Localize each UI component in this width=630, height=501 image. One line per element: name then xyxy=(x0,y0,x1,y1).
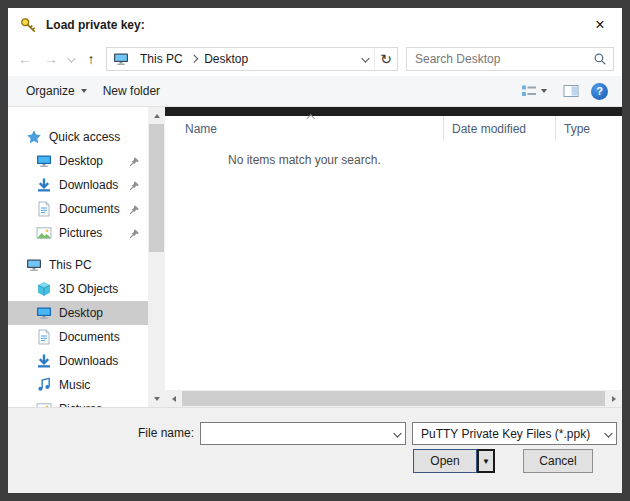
scroll-left-button[interactable] xyxy=(165,390,182,407)
sidebar-item-music[interactable]: Music xyxy=(8,373,148,397)
empty-state-text: No items match your search. xyxy=(228,153,381,167)
recent-locations-button[interactable] xyxy=(64,46,78,72)
sidebar-scrollbar[interactable] xyxy=(148,107,165,407)
search-input[interactable] xyxy=(415,52,593,66)
column-name-label: Name xyxy=(185,122,217,136)
change-view-button[interactable] xyxy=(517,83,551,99)
list-top-strip xyxy=(165,107,622,116)
open-dropdown-button[interactable]: ▼ xyxy=(477,449,495,473)
file-name-dropdown-button[interactable] xyxy=(388,423,405,444)
file-type-select[interactable]: PuTTY Private Key Files (*.ppk) xyxy=(412,422,617,445)
breadcrumb-item-desktop[interactable]: Desktop xyxy=(197,48,255,70)
breadcrumb-item-this-pc[interactable]: This PC xyxy=(133,48,190,70)
column-header-row: Name Date modified Type xyxy=(165,116,622,141)
picture-icon xyxy=(36,225,52,241)
sidebar-item-desktop[interactable]: Desktop xyxy=(8,301,148,325)
triangle-down-icon: ▼ xyxy=(482,457,490,466)
file-type-value: PuTTY Private Key Files (*.ppk) xyxy=(421,427,599,441)
music-icon xyxy=(36,377,52,393)
column-type-label: Type xyxy=(564,122,590,136)
cancel-button-label: Cancel xyxy=(539,454,576,468)
up-icon: ↑ xyxy=(88,51,95,67)
sidebar-item-quick-access[interactable]: Quick access xyxy=(8,125,148,149)
navigation-bar: ← → ↑ This PCDesktop ↻ xyxy=(8,42,622,76)
forward-button[interactable]: → xyxy=(38,46,64,72)
sidebar-item-label: Quick access xyxy=(49,130,120,144)
organize-label: Organize xyxy=(26,84,75,98)
pin-icon xyxy=(129,180,140,191)
command-toolbar: Organize New folder ? xyxy=(8,76,622,107)
sidebar-item-pictures[interactable]: Pictures xyxy=(8,397,148,407)
scroll-down-button[interactable] xyxy=(148,390,165,407)
sidebar-item-documents[interactable]: Documents xyxy=(8,325,148,349)
forward-icon: → xyxy=(44,51,58,67)
sidebar-item-downloads[interactable]: Downloads xyxy=(8,349,148,373)
scrollbar-thumb[interactable] xyxy=(149,124,164,252)
triangle-down-icon xyxy=(154,397,160,401)
putty-key-icon xyxy=(20,17,38,33)
sidebar-item-desktop[interactable]: Desktop xyxy=(8,149,148,173)
triangle-right-icon xyxy=(612,396,616,402)
refresh-icon: ↻ xyxy=(380,51,392,67)
window-title: Load private key: xyxy=(46,18,145,32)
sidebar-item-documents[interactable]: Documents xyxy=(8,197,148,221)
chevron-down-icon xyxy=(541,89,547,93)
star-icon xyxy=(26,129,42,145)
sidebar-item-pictures[interactable]: Pictures xyxy=(8,221,148,245)
file-list: Name Date modified Type No items match y… xyxy=(165,107,622,407)
preview-pane-icon xyxy=(563,83,579,99)
sidebar-item-3d-objects[interactable]: 3D Objects xyxy=(8,277,148,301)
new-folder-label: New folder xyxy=(103,84,160,98)
desktop-background: Load private key: × ← → ↑ This PCDesktop… xyxy=(0,0,630,501)
column-header-date-modified[interactable]: Date modified xyxy=(444,116,556,141)
refresh-button[interactable]: ↻ xyxy=(374,48,397,70)
monitor-icon xyxy=(36,153,52,169)
chevron-down-icon xyxy=(81,89,87,93)
open-button-label: Open xyxy=(430,454,459,468)
sidebar: Quick accessDesktopDownloadsDocumentsPic… xyxy=(8,107,148,407)
computer-icon xyxy=(113,51,129,67)
search-icon xyxy=(593,52,607,66)
download-icon xyxy=(36,353,52,369)
up-button[interactable]: ↑ xyxy=(78,46,104,72)
chevron-down-icon xyxy=(362,54,370,62)
pin-icon xyxy=(129,156,140,167)
document-icon xyxy=(36,329,52,345)
address-bar[interactable]: This PCDesktop ↻ xyxy=(106,47,398,71)
file-name-combobox[interactable] xyxy=(200,422,406,445)
horizontal-scrollbar[interactable] xyxy=(165,390,622,407)
scroll-right-button[interactable] xyxy=(605,390,622,407)
sidebar-item-label: Music xyxy=(59,378,90,392)
chevron-down-icon xyxy=(599,423,616,444)
cancel-button[interactable]: Cancel xyxy=(523,449,593,473)
sidebar-item-this-pc[interactable]: This PC xyxy=(8,253,148,277)
close-button[interactable]: × xyxy=(578,8,622,42)
help-button[interactable]: ? xyxy=(591,83,608,100)
preview-pane-button[interactable] xyxy=(563,83,579,99)
close-icon: × xyxy=(595,16,604,34)
address-dropdown-button[interactable] xyxy=(356,48,374,70)
sidebar-item-downloads[interactable]: Downloads xyxy=(8,173,148,197)
scrollbar-thumb[interactable] xyxy=(182,391,605,406)
help-icon: ? xyxy=(596,85,603,97)
column-header-type[interactable]: Type xyxy=(556,116,622,141)
sidebar-item-label: Downloads xyxy=(59,178,118,192)
search-box[interactable] xyxy=(406,47,614,71)
content-area: Quick accessDesktopDownloadsDocumentsPic… xyxy=(8,107,622,407)
toolbar-right-group: ? xyxy=(517,83,608,100)
file-name-label: File name: xyxy=(8,422,194,445)
column-header-name[interactable]: Name xyxy=(165,116,444,141)
file-name-input[interactable] xyxy=(201,427,388,441)
open-button[interactable]: Open xyxy=(413,449,477,473)
organize-button[interactable]: Organize xyxy=(18,76,95,106)
scroll-up-button[interactable] xyxy=(148,107,165,124)
back-button[interactable]: ← xyxy=(12,46,38,72)
pin-icon xyxy=(129,204,140,215)
title-bar: Load private key: × xyxy=(8,8,622,42)
sidebar-item-label: This PC xyxy=(49,258,92,272)
column-date-label: Date modified xyxy=(452,122,526,136)
cube-icon xyxy=(36,281,52,297)
dialog-footer: File name: PuTTY Private Key Files (*.pp… xyxy=(8,407,622,493)
sidebar-item-label: Documents xyxy=(59,330,120,344)
new-folder-button[interactable]: New folder xyxy=(95,76,168,106)
